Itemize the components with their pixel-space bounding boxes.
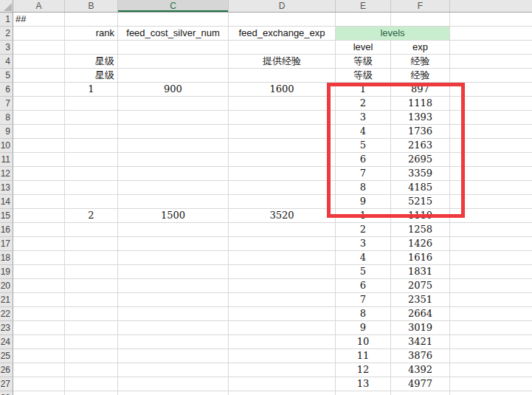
cell-B11[interactable] <box>65 153 118 167</box>
cell-B5[interactable]: 星级 <box>65 69 118 83</box>
row-header-6[interactable]: 6 <box>0 83 13 97</box>
cell-D13[interactable] <box>229 181 336 195</box>
cell-D20[interactable] <box>229 279 336 293</box>
cell-G17[interactable] <box>450 237 532 251</box>
cell-D21[interactable] <box>229 293 336 307</box>
cell-G15[interactable] <box>450 209 532 223</box>
row-header-21[interactable]: 21 <box>0 293 13 307</box>
cell-B23[interactable] <box>65 321 118 335</box>
cell-C4[interactable] <box>118 55 229 69</box>
cell-D28[interactable] <box>229 391 336 395</box>
column-header-E[interactable]: E <box>336 0 391 12</box>
cell-B14[interactable] <box>65 195 118 209</box>
cell-D23[interactable] <box>229 321 336 335</box>
cell-A16[interactable] <box>13 223 65 237</box>
cell-C1[interactable] <box>118 13 229 27</box>
cell-E18[interactable]: 4 <box>336 251 391 265</box>
column-header-F[interactable]: F <box>391 0 450 12</box>
cell-B21[interactable] <box>65 293 118 307</box>
cell-C17[interactable] <box>118 237 229 251</box>
cell-C19[interactable] <box>118 265 229 279</box>
cell-B10[interactable] <box>65 139 118 153</box>
cell-B6[interactable]: 1 <box>65 83 118 97</box>
cell-C26[interactable] <box>118 363 229 377</box>
cell-G27[interactable] <box>450 377 532 391</box>
cell-B4[interactable]: 星级 <box>65 55 118 69</box>
cell-E7[interactable]: 2 <box>336 97 391 111</box>
cell-F21[interactable]: 2351 <box>391 293 450 307</box>
cell-G26[interactable] <box>450 363 532 377</box>
cell-D18[interactable] <box>229 251 336 265</box>
cell-G14[interactable] <box>450 195 532 209</box>
cell-C25[interactable] <box>118 349 229 363</box>
cell-B17[interactable] <box>65 237 118 251</box>
cell-C15[interactable]: 1500 <box>118 209 229 223</box>
row-header-27[interactable]: 27 <box>0 377 13 391</box>
cell-D27[interactable] <box>229 377 336 391</box>
cell-F13[interactable]: 4185 <box>391 181 450 195</box>
cell-C3[interactable] <box>118 41 229 55</box>
cell-B3[interactable] <box>65 41 118 55</box>
cell-A5[interactable] <box>13 69 65 83</box>
cell-G24[interactable] <box>450 335 532 349</box>
cell-F16[interactable]: 1258 <box>391 223 450 237</box>
cell-B16[interactable] <box>65 223 118 237</box>
row-header-19[interactable]: 19 <box>0 265 13 279</box>
cell-D12[interactable] <box>229 167 336 181</box>
cell-A8[interactable] <box>13 111 65 125</box>
column-header-C[interactable]: C <box>118 0 229 12</box>
cell-E15[interactable]: 1 <box>336 209 391 223</box>
cell-B2[interactable]: rank <box>65 27 118 41</box>
row-header-17[interactable]: 17 <box>0 237 13 251</box>
cell-C20[interactable] <box>118 279 229 293</box>
cell-G10[interactable] <box>450 139 532 153</box>
cell-E26[interactable]: 12 <box>336 363 391 377</box>
cell-C11[interactable] <box>118 153 229 167</box>
cell-A20[interactable] <box>13 279 65 293</box>
cell-A25[interactable] <box>13 349 65 363</box>
cell-F24[interactable]: 3421 <box>391 335 450 349</box>
cell-G7[interactable] <box>450 97 532 111</box>
cell-G12[interactable] <box>450 167 532 181</box>
cell-F26[interactable]: 4392 <box>391 363 450 377</box>
cell-E23[interactable]: 9 <box>336 321 391 335</box>
cell-D16[interactable] <box>229 223 336 237</box>
cell-A11[interactable] <box>13 153 65 167</box>
cell-A4[interactable] <box>13 55 65 69</box>
row-header-8[interactable]: 8 <box>0 111 13 125</box>
cell-D5[interactable] <box>229 69 336 83</box>
cell-B22[interactable] <box>65 307 118 321</box>
cell-B27[interactable] <box>65 377 118 391</box>
cell-C21[interactable] <box>118 293 229 307</box>
column-header-B[interactable]: B <box>65 0 118 12</box>
cell-B28[interactable] <box>65 391 118 395</box>
cell-A2[interactable] <box>13 27 65 41</box>
row-header-28[interactable]: 28 <box>0 391 13 395</box>
cell-B25[interactable] <box>65 349 118 363</box>
cell-C27[interactable] <box>118 377 229 391</box>
cell-C2[interactable]: feed_cost_silver_num <box>118 27 229 41</box>
row-header-7[interactable]: 7 <box>0 97 13 111</box>
cell-E27[interactable]: 13 <box>336 377 391 391</box>
row-header-4[interactable]: 4 <box>0 55 13 69</box>
row-header-23[interactable]: 23 <box>0 321 13 335</box>
row-header-13[interactable]: 13 <box>0 181 13 195</box>
cell-A3[interactable] <box>13 41 65 55</box>
cell-D8[interactable] <box>229 111 336 125</box>
row-header-24[interactable]: 24 <box>0 335 13 349</box>
cell-A22[interactable] <box>13 307 65 321</box>
cell-B26[interactable] <box>65 363 118 377</box>
cell-C8[interactable] <box>118 111 229 125</box>
row-header-15[interactable]: 15 <box>0 209 13 223</box>
cell-A6[interactable] <box>13 83 65 97</box>
cell-C5[interactable] <box>118 69 229 83</box>
cell-G28[interactable] <box>450 391 532 395</box>
row-header-10[interactable]: 10 <box>0 139 13 153</box>
cell-E6[interactable]: 1 <box>336 83 391 97</box>
cell-D10[interactable] <box>229 139 336 153</box>
row-header-5[interactable]: 5 <box>0 69 13 83</box>
cell-C28[interactable] <box>118 391 229 395</box>
cell-A9[interactable] <box>13 125 65 139</box>
cell-G18[interactable] <box>450 251 532 265</box>
cell-F19[interactable]: 1831 <box>391 265 450 279</box>
